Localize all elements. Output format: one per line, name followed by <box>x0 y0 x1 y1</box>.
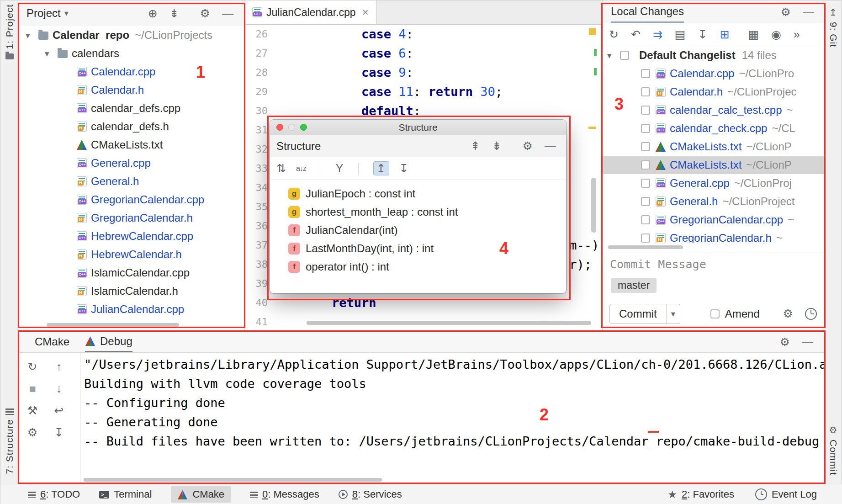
reload-cmake-icon[interactable]: ↻ <box>28 361 37 372</box>
project-tree-row[interactable]: IslamicCalendar.h <box>19 282 244 300</box>
soft-wrap-icon[interactable]: ↩ <box>54 405 64 416</box>
project-tree-row[interactable]: GregorianCalendar.cpp <box>19 191 244 209</box>
project-tree-row[interactable]: Calendar.h <box>19 81 244 99</box>
caret-icon[interactable]: ▾ <box>607 50 620 61</box>
more-icon[interactable]: » <box>794 29 800 40</box>
toolwindow-button-structure[interactable]: 7: Structure <box>0 409 19 474</box>
project-tree-row[interactable]: calendar_defs.cpp <box>19 99 244 117</box>
file-checkbox[interactable] <box>641 87 650 96</box>
history-clock-icon[interactable] <box>805 308 817 320</box>
preview-diff-icon[interactable]: ◉ <box>771 29 781 40</box>
gear-icon[interactable]: ⚙ <box>523 140 533 152</box>
sort-by-visibility-icon[interactable]: ⇅ <box>276 163 286 174</box>
gear-icon[interactable]: ⚙ <box>200 8 210 19</box>
file-checkbox[interactable] <box>641 160 650 170</box>
collapse-all-icon[interactable]: ⇟ <box>492 140 502 152</box>
changed-file-row[interactable]: General.cpp ~/CLionProj <box>603 174 825 192</box>
code-line[interactable]: 29 case 11: return 30; <box>245 82 602 101</box>
expand-all-icon[interactable]: ⇞ <box>471 140 480 152</box>
structure-item[interactable]: f operator int() : int <box>270 258 566 276</box>
statusbar-cmake[interactable]: CMake <box>171 486 231 503</box>
hide-toolwindow-icon[interactable]: — <box>803 6 814 18</box>
gear-icon[interactable]: ⚙ <box>780 336 790 348</box>
file-checkbox[interactable] <box>641 215 650 224</box>
amend-checkbox[interactable] <box>710 309 720 318</box>
statusbar-event-log[interactable]: Event Log <box>755 488 817 500</box>
changes-horizontal-scrollbar[interactable] <box>608 245 683 249</box>
commit-message-area[interactable]: Commit Message master <box>603 253 825 297</box>
statusbar-messages[interactable]: 0: Messages <box>250 488 319 500</box>
changed-file-row[interactable]: calendar_calc_test.cpp ~ <box>603 101 825 119</box>
changed-file-row[interactable]: GregorianCalendar.h ~ <box>603 229 825 243</box>
code-line[interactable]: 30 default: <box>245 101 602 121</box>
editor-vertical-scrollbar[interactable] <box>591 178 596 233</box>
project-horizontal-scrollbar[interactable] <box>47 323 179 327</box>
changelist-row[interactable]: ▾ Default Changelist 14 files <box>603 46 825 64</box>
code-line[interactable]: 28 case 9: <box>245 63 602 82</box>
cmake-settings-icon[interactable]: ⚒ <box>27 405 37 416</box>
tree-caret-icon[interactable]: ▾ <box>26 30 38 41</box>
tab-debug[interactable]: Debug <box>85 331 132 352</box>
update-project-icon[interactable]: ↧ <box>698 29 707 40</box>
hide-toolwindow-icon[interactable]: — <box>802 336 813 348</box>
changelist-checkbox[interactable] <box>620 51 629 60</box>
file-checkbox[interactable] <box>641 124 650 133</box>
gear-icon[interactable]: ⚙ <box>781 6 791 18</box>
shelve-icon[interactable]: ▤ <box>675 29 686 40</box>
project-tree-row[interactable]: General.cpp <box>19 154 244 172</box>
statusbar-todo[interactable]: 6: TODO <box>28 488 80 500</box>
editor-horizontal-scrollbar[interactable] <box>307 321 591 325</box>
scroll-to-end-icon[interactable]: ↧ <box>54 427 64 438</box>
error-stripe-warning-mark[interactable] <box>589 28 596 35</box>
changed-file-row[interactable]: General.h ~/CLionProject <box>603 192 825 211</box>
local-changes-title[interactable]: Local Changes <box>611 5 684 23</box>
console-output[interactable]: "/Users/jetbrains/Library/Application Su… <box>80 353 825 484</box>
group-by-icon[interactable]: ▦ <box>748 29 759 40</box>
tree-caret-icon[interactable]: ▾ <box>45 48 58 59</box>
file-checkbox[interactable] <box>641 69 650 78</box>
structure-item[interactable]: g shortest_month_leap : const int <box>270 203 566 221</box>
code-line[interactable]: 27 case 6: <box>245 44 602 63</box>
project-tree-row[interactable]: IslamicCalendar.cpp <box>19 264 244 282</box>
down-icon[interactable]: ↓ <box>56 383 62 394</box>
commit-button[interactable]: Commit ▾ <box>609 304 680 324</box>
gear-icon[interactable]: ⚙ <box>783 308 793 319</box>
branch-chip[interactable]: master <box>611 278 657 293</box>
scroll-from-source-icon[interactable]: ↥ <box>373 161 389 175</box>
code-line[interactable]: 26 case 4: <box>245 25 602 44</box>
filter-icon[interactable]: Y <box>336 163 344 174</box>
project-tree-row[interactable]: ▾ Calendar_repo ~/CLionProjects <box>19 26 244 44</box>
toolwindow-button-project[interactable]: 1: Project <box>0 4 19 59</box>
up-icon[interactable]: ↑ <box>56 361 62 372</box>
project-tree-row[interactable]: HebrewCalendar.cpp <box>19 227 244 245</box>
toolwindow-button-git[interactable]: ↥ 9: Git <box>825 7 842 48</box>
macos-titlebar[interactable]: Structure <box>270 120 566 135</box>
code-line[interactable]: 40 return <box>245 293 602 313</box>
console-horizontal-scrollbar[interactable] <box>84 478 382 482</box>
commit-push-icon[interactable]: ⇉ <box>653 29 662 40</box>
changed-file-row[interactable]: Calendar.cpp ~/CLionPro <box>603 64 825 83</box>
changed-file-row[interactable]: calendar_check.cpp ~/CL <box>603 119 825 138</box>
hide-toolwindow-icon[interactable]: — <box>545 140 556 152</box>
gear-icon[interactable]: ⚙ <box>27 427 37 438</box>
rollback-icon[interactable]: ↶ <box>631 29 641 40</box>
close-icon[interactable]: × <box>362 6 369 19</box>
editor-tab-juliancalendar[interactable]: JulianCalendar.cpp × <box>245 0 376 24</box>
statusbar-favorites[interactable]: ★ 2: Favorites <box>667 488 734 501</box>
project-tree-row[interactable]: GregorianCalendar.h <box>19 209 244 227</box>
statusbar-terminal[interactable]: >_ Terminal <box>99 488 152 500</box>
file-checkbox[interactable] <box>641 142 650 151</box>
project-tree-row[interactable]: General.h <box>19 172 244 191</box>
structure-item[interactable]: f JulianCalendar(int) <box>270 221 566 239</box>
project-tree-row[interactable]: ▾ calendars <box>19 44 244 63</box>
statusbar-services[interactable]: 8: Services <box>339 488 402 500</box>
project-tree-row[interactable]: CMakeLists.txt <box>19 136 244 154</box>
sort-alphabetically-icon[interactable]: a↓z <box>296 165 306 172</box>
changed-file-row[interactable]: CMakeLists.txt ~/CLionP <box>603 156 825 174</box>
file-checkbox[interactable] <box>641 197 650 206</box>
hide-toolwindow-icon[interactable]: — <box>222 8 233 19</box>
file-checkbox[interactable] <box>641 106 650 115</box>
project-tree-row[interactable]: JulianCalendar.cpp <box>19 300 244 318</box>
changed-file-row[interactable]: CMakeLists.txt ~/CLionP <box>603 138 825 156</box>
file-checkbox[interactable] <box>641 233 650 243</box>
